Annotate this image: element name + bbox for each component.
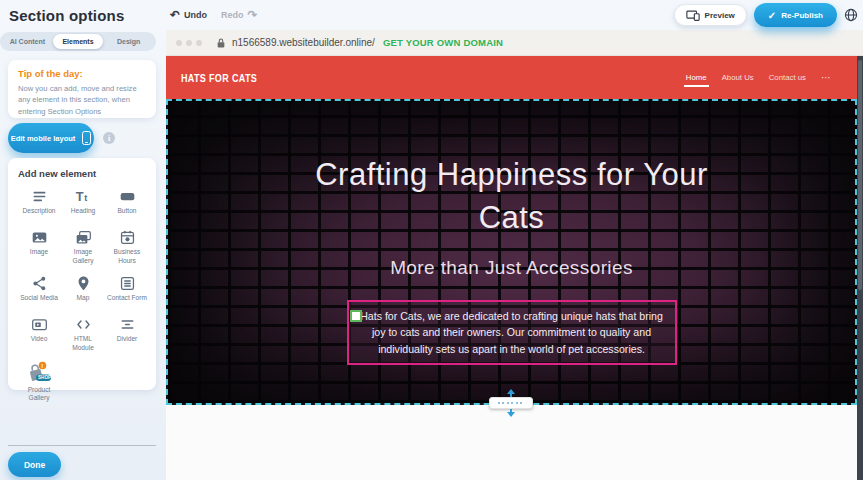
nav-home[interactable]: Home — [686, 73, 707, 82]
topbar: Section options ↶ Undo Redo ↷ Preview ✓ … — [0, 0, 863, 30]
address-url[interactable]: n1566589.websitebuilder.online/ — [232, 37, 375, 48]
drag-dots-icon — [498, 402, 524, 404]
lock-icon — [216, 37, 226, 49]
element-item-social-media[interactable]: Social Media — [18, 275, 60, 307]
sidebar-divider — [8, 445, 156, 446]
hero-section[interactable]: Crafting Happiness for Your Cats More th… — [166, 99, 857, 405]
browser-dots-icon — [176, 40, 202, 46]
divider-icon — [119, 316, 136, 333]
add-element-title: Add new element — [18, 168, 148, 179]
hero-heading[interactable]: Crafting Happiness for Your Cats — [297, 153, 727, 240]
preview-area: n1566589.websitebuilder.online/ GET YOUR… — [166, 30, 863, 480]
tab-ai-content[interactable]: AI Content — [2, 34, 53, 49]
redo-button[interactable]: Redo ↷ — [221, 9, 258, 21]
page-title: Section options — [9, 7, 125, 24]
element-item-image[interactable]: Image — [18, 229, 60, 266]
heading-icon: Tt — [75, 188, 92, 205]
edit-mobile-layout-button[interactable]: Edit mobile layout — [8, 123, 94, 153]
element-item-contact-form[interactable]: Contact Form — [106, 275, 148, 307]
business-hours-icon — [119, 229, 136, 246]
arrow-down-icon — [507, 412, 515, 417]
sidebar-tabs: AI Content Elements Design — [0, 32, 156, 51]
app-root: Section options ↶ Undo Redo ↷ Preview ✓ … — [0, 0, 863, 480]
get-domain-link[interactable]: GET YOUR OWN DOMAIN — [383, 37, 503, 48]
product-gallery-icon: ! SHOP — [26, 362, 52, 384]
tip-body: Now you can add, move and resize any ele… — [18, 83, 146, 117]
description-icon — [31, 188, 48, 205]
redo-icon: ↷ — [248, 9, 258, 21]
sidebar: AI Content Elements Design Tip of the da… — [0, 30, 166, 480]
image-icon — [31, 229, 48, 246]
language-globe-icon[interactable] — [844, 8, 858, 22]
social-media-icon — [31, 275, 48, 292]
contact-form-icon — [119, 275, 136, 292]
selection-handle[interactable] — [350, 310, 362, 322]
tab-elements[interactable]: Elements — [53, 34, 104, 49]
site-logo[interactable]: HATS FOR CATS — [181, 72, 257, 84]
element-item-product-gallery[interactable]: ! SHOP Product Gallery — [18, 362, 60, 404]
element-item-html-module[interactable]: HTML Module — [62, 316, 104, 353]
tip-title: Tip of the day: — [18, 68, 146, 79]
site-header: HATS FOR CATS Home About Us Contact us ⋯ — [166, 56, 857, 99]
element-item-description[interactable]: Description — [18, 188, 60, 220]
section-resize-handle[interactable] — [489, 389, 533, 421]
add-element-panel: Add new element Description Tt Heading — [8, 158, 156, 390]
browser-bar: n1566589.websitebuilder.online/ GET YOUR… — [166, 30, 863, 56]
phone-icon — [82, 131, 91, 145]
element-grid: Description Tt Heading Button — [18, 188, 148, 403]
video-icon — [31, 316, 48, 333]
undo-button[interactable]: ↶ Undo — [170, 9, 207, 21]
element-item-image-gallery[interactable]: Image Gallery — [62, 229, 104, 266]
scrollbar-thumb[interactable] — [858, 60, 862, 290]
element-item-video[interactable]: Video — [18, 316, 60, 353]
svg-text:t: t — [84, 193, 87, 203]
hero-paragraph-selected[interactable]: Hats for Cats, we are dedicated to craft… — [347, 300, 677, 365]
image-gallery-icon — [75, 229, 92, 246]
site-nav: Home About Us Contact us ⋯ — [686, 56, 831, 99]
hero-subheading[interactable]: More than Just Accessories — [390, 257, 633, 279]
nav-about-us[interactable]: About Us — [722, 73, 754, 82]
element-item-business-hours[interactable]: Business Hours — [106, 229, 148, 266]
done-button[interactable]: Done — [8, 452, 61, 477]
button-icon — [119, 188, 136, 205]
map-pin-icon — [75, 275, 92, 292]
element-item-divider[interactable]: Divider — [106, 316, 148, 353]
tip-of-the-day-card: Tip of the day: Now you can add, move an… — [8, 60, 156, 118]
nav-contact-us[interactable]: Contact us — [769, 73, 806, 82]
site-canvas: HATS FOR CATS Home About Us Contact us ⋯… — [166, 56, 857, 480]
topbar-actions: Preview ✓ Re-Publish — [674, 0, 858, 30]
preview-scrollbar[interactable] — [857, 56, 863, 480]
svg-text:T: T — [75, 189, 83, 204]
svg-text:!: ! — [41, 362, 43, 368]
element-item-map[interactable]: Map — [62, 275, 104, 307]
mobile-layout-row: Edit mobile layout i — [8, 123, 115, 153]
check-icon: ✓ — [768, 10, 776, 21]
code-icon — [75, 316, 92, 333]
undo-icon: ↶ — [170, 9, 180, 21]
republish-button[interactable]: ✓ Re-Publish — [754, 3, 837, 27]
tab-design[interactable]: Design — [103, 34, 154, 49]
info-icon[interactable]: i — [103, 132, 115, 144]
undo-redo-group: ↶ Undo Redo ↷ — [170, 0, 258, 30]
element-item-heading[interactable]: Tt Heading — [62, 188, 104, 220]
preview-button[interactable]: Preview — [674, 4, 747, 26]
svg-text:SHOP: SHOP — [38, 375, 51, 380]
element-item-button[interactable]: Button — [106, 188, 148, 220]
devices-icon — [686, 10, 700, 21]
